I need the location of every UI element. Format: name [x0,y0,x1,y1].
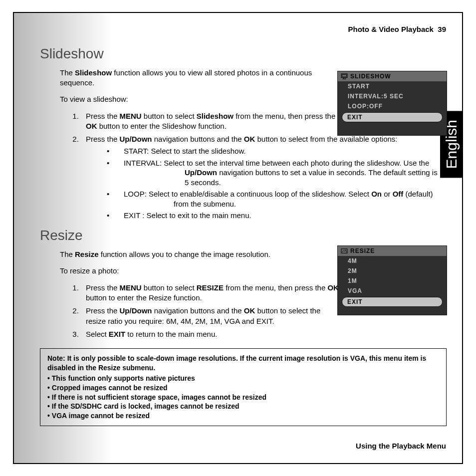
list-item: Press the Up/Down navigation buttons and… [81,134,440,221]
osd-row: INTERVAL:5 SEC [338,91,447,101]
list-item: Press the Up/Down navigation buttons and… [81,306,339,326]
svg-rect-2 [341,249,347,253]
resize-intro: The Resize function allows you to change… [60,249,339,259]
note-bullets: This function only supports native pictu… [47,374,439,421]
slideshow-steps: Press the MENU button to select Slidesho… [81,111,339,221]
osd-row: 2M [338,266,447,276]
page-header: Photo & Video Playback 39 [348,25,446,33]
list-item: Select EXIT to return to the main menu. [81,329,339,339]
slideshow-body: The Slideshow function allows you to vie… [60,68,339,221]
osd-row-selected: EXIT [342,112,443,122]
slideshow-intro: The Slideshow function allows you to vie… [60,68,339,87]
manual-page: Photo & Video Playback 39 English Slides… [13,12,463,464]
osd-resize: RESIZE 4M 2M 1M VGA EXIT [337,245,447,315]
section-title: Photo & Video Playback [348,25,434,33]
osd-row: LOOP:OFF [338,101,447,111]
footer-text: Using the Playback Menu [356,442,446,450]
list-item: EXIT : Select to exit to the main menu. [107,211,440,221]
slideshow-lead: To view a slideshow: [60,94,339,104]
list-item: If the SD/SDHC card is locked, images ca… [47,402,439,411]
osd-row: 4M [338,256,447,266]
resize-steps: Press the MENU button to select RESIZE f… [81,283,339,339]
page-number: 39 [438,25,446,33]
osd-title: RESIZE [338,246,447,256]
list-item: START: Select to start the slideshow. [107,146,440,156]
osd-row: VGA [338,286,447,296]
resize-icon [341,248,348,254]
svg-rect-1 [342,75,347,77]
note-box: Note: It is only possible to scale-down … [40,348,447,426]
heading-resize: Resize [40,228,449,243]
list-item: This function only supports native pictu… [47,374,439,383]
note-head: Note: It is only possible to scale-down … [47,354,439,373]
osd-slideshow: SLIDESHOW START INTERVAL:5 SEC LOOP:OFF … [337,71,447,136]
osd-row: 1M [338,276,447,286]
list-item: If there is not sufficient storage space… [47,393,439,402]
slideshow-icon [341,73,348,79]
list-item: Cropped images cannot be resized [47,383,439,393]
osd-title: SLIDESHOW [338,71,447,81]
list-item: Press the MENU button to select RESIZE f… [81,283,339,303]
list-item: Press the MENU button to select Slidesho… [81,111,339,132]
slideshow-options: START: Select to start the slideshow. IN… [107,146,440,221]
osd-row-selected: EXIT [342,297,443,307]
resize-body: The Resize function allows you to change… [60,249,339,339]
resize-lead: To resize a photo: [60,266,339,276]
heading-slideshow: Slideshow [40,46,449,62]
list-item: VGA image cannot be resized [47,411,439,421]
osd-row: START [338,81,447,91]
list-item: LOOP: Select to enable/disable a continu… [107,189,440,209]
list-item: INTERVAL: Select to set the interval tim… [107,158,440,188]
